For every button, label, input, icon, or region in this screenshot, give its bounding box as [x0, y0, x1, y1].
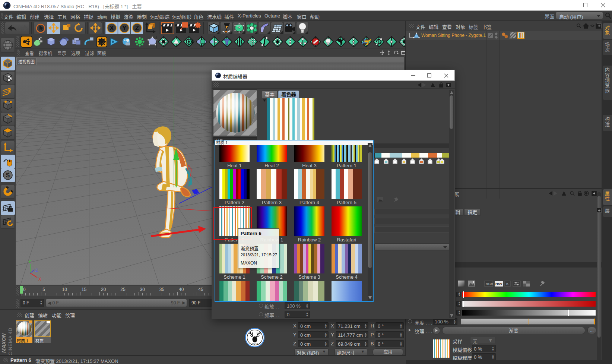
svg-text:S: S: [6, 172, 10, 178]
svg-text:Y: Y: [122, 25, 127, 32]
svg-text:RGB: RGB: [486, 282, 494, 286]
svg-text:Y: Y: [28, 259, 31, 264]
svg-text:K: K: [506, 282, 509, 286]
svg-text:行走者: 行走者: [251, 342, 259, 345]
svg-text:Z: Z: [35, 268, 38, 272]
svg-text:X: X: [110, 25, 114, 32]
svg-text:Z: Z: [135, 25, 139, 32]
svg-text:X: X: [38, 277, 41, 281]
svg-text:HSV: HSV: [495, 282, 502, 286]
